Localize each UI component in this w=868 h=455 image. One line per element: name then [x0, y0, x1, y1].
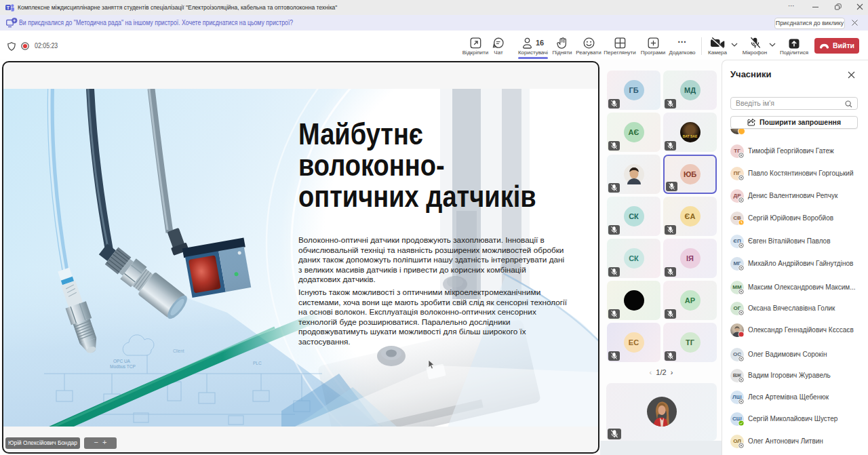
svg-text:OPC UA: OPC UA	[113, 359, 131, 363]
svg-text:Modbus TCP: Modbus TCP	[110, 364, 136, 369]
svg-text:T: T	[7, 5, 10, 10]
svg-text:PLC: PLC	[253, 361, 262, 365]
svg-text:Client: Client	[173, 349, 184, 353]
